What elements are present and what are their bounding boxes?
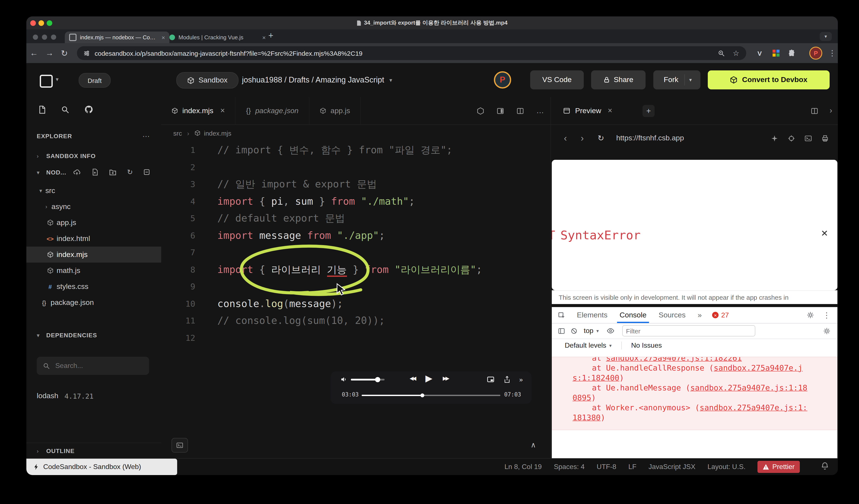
github-icon[interactable] [84, 105, 93, 114]
inspect-element-icon[interactable] [558, 311, 566, 319]
explorer-more-icon[interactable]: … [142, 130, 150, 139]
workspace-chevron-icon[interactable]: ▾ [56, 76, 59, 82]
extensions-puzzle-icon[interactable] [788, 43, 796, 63]
tab-close-icon[interactable]: × [220, 106, 225, 115]
sparkle-pointer-icon[interactable] [771, 135, 778, 142]
editor-tab-indexmjs[interactable]: index.mjs × [161, 97, 236, 124]
search-icon[interactable] [61, 105, 70, 114]
browser-tab-inactive[interactable]: Modules | Cracking Vue.js × [165, 32, 270, 43]
notifications-icon[interactable] [820, 462, 829, 470]
chrome-zoom-button[interactable] [51, 34, 56, 40]
sandbox-devtool-icon[interactable] [477, 107, 484, 114]
devtools-tab-elements[interactable]: Elements [571, 307, 614, 323]
clear-console-icon[interactable] [570, 327, 578, 335]
upload-cloud-icon[interactable] [73, 168, 81, 176]
stack-source-link[interactable]: sandbox.275a9407e.j [714, 363, 803, 372]
code-line[interactable]: 6import message from "./app"; [161, 227, 551, 244]
indentation[interactable]: Spaces: 4 [554, 463, 584, 471]
console-output[interactable]: at sandbox.275a9407e.js:1:182261at Ue.ha… [552, 352, 838, 459]
pip-icon[interactable] [486, 375, 495, 383]
panel-chevron-right-icon[interactable]: › [830, 106, 832, 115]
layout-columns-icon[interactable] [811, 107, 818, 114]
preview-tab[interactable]: Preview × [563, 97, 612, 124]
back-button[interactable]: ← [30, 43, 38, 63]
devtools-tab-console[interactable]: Console [614, 307, 653, 323]
tab-close-icon[interactable]: × [262, 34, 266, 41]
forward-button[interactable]: → [45, 43, 54, 63]
preview-forward-icon[interactable]: › [567, 133, 584, 143]
panel-right-icon[interactable] [496, 107, 504, 114]
code-line[interactable]: 4import { pi, sum } from "./math"; [161, 193, 551, 210]
devtools-more-tabs-icon[interactable]: » [692, 307, 708, 323]
preview-back-icon[interactable]: ‹ [551, 133, 567, 143]
terminal-button[interactable] [171, 438, 188, 453]
code-line[interactable]: 11// console.log(sum(10, 20)); [161, 312, 551, 329]
file-icon[interactable] [37, 105, 46, 114]
crosshair-icon[interactable] [788, 135, 795, 142]
convert-to-devbox-button[interactable]: Convert to Devbox [708, 71, 830, 89]
prettier-badge[interactable]: Prettier [758, 461, 800, 473]
editor-more-icon[interactable]: … [536, 106, 544, 115]
code-line[interactable]: 2 [161, 159, 551, 176]
dependency-item[interactable]: lodash 4.17.21 [37, 392, 93, 400]
console-sidebar-icon[interactable] [558, 327, 565, 335]
collapse-panel-icon[interactable]: ∧ [531, 441, 536, 449]
sandbox-type-chip[interactable]: Sandbox [176, 72, 239, 89]
fast-forward-icon[interactable]: ▶▶ [443, 375, 448, 381]
sidebar-item-outline[interactable]: ›OUTLINE [26, 443, 161, 459]
error-count-badge[interactable]: × 27 [708, 311, 733, 319]
editor-breadcrumb[interactable]: src › index.mjs [161, 124, 551, 142]
tree-folder-async[interactable]: ›async [26, 199, 161, 215]
devtools-settings-icon[interactable] [807, 311, 814, 319]
stack-source-link[interactable]: sandbox.275a9407e.js:1:182261 [606, 357, 742, 362]
devtools-terminal-icon[interactable] [804, 135, 812, 142]
volume-control[interactable] [340, 376, 385, 383]
site-settings-icon[interactable] [83, 49, 90, 57]
browser-tab-active[interactable]: index.mjs — nodebox — Code… × [65, 32, 169, 43]
encoding[interactable]: UTF-8 [597, 463, 616, 471]
speaker-icon[interactable] [340, 376, 347, 383]
refresh-icon[interactable]: ↻ [127, 168, 133, 176]
tree-file-mathjs[interactable]: math.js [26, 263, 161, 278]
close-overlay-icon[interactable]: × [821, 226, 828, 239]
console-filter-input[interactable] [622, 325, 755, 336]
sidebar-item-nodebox[interactable]: ▾NOD... [37, 169, 66, 176]
devtools-menu-icon[interactable]: ⋮ [823, 310, 830, 320]
issues-counter[interactable]: No Issues [631, 341, 662, 349]
code-line[interactable]: 1// import { 변수, 함수 } from "파일 경로"; [161, 142, 551, 159]
video-controls[interactable]: ◀◀ ▶ ▶▶ » 03:03 [331, 371, 531, 404]
split-editor-icon[interactable] [516, 107, 524, 114]
new-folder-icon[interactable] [109, 168, 117, 176]
fork-menu-chevron-icon[interactable]: ▾ [685, 77, 696, 83]
codesandbox-logo[interactable] [40, 75, 53, 88]
dependency-search[interactable] [37, 357, 149, 375]
bookmark-star-icon[interactable]: ☆ [733, 49, 740, 58]
draft-badge[interactable]: Draft [79, 73, 111, 88]
stack-source-link[interactable]: s:1:182400 [573, 373, 619, 382]
language-mode[interactable]: JavaScript JSX [649, 463, 695, 471]
chrome-minimize-button[interactable] [42, 34, 47, 40]
breadcrumb-chevron-icon[interactable]: ▾ [389, 77, 392, 83]
devtools-tab-sources[interactable]: Sources [653, 307, 692, 323]
address-bar[interactable]: codesandbox.io/p/sandbox/amazing-javascr… [77, 46, 746, 60]
chrome-close-button[interactable] [33, 34, 38, 40]
new-tab-button[interactable]: + [268, 31, 273, 41]
eye-icon[interactable] [607, 327, 615, 335]
console-messages[interactable]: at sandbox.275a9407e.js:1:182261at Ue.ha… [552, 357, 838, 430]
stack-source-link[interactable]: 0895 [573, 393, 591, 402]
sidebar-item-dependencies[interactable]: ▾DEPENDENCIES [37, 332, 97, 339]
tab-search-button[interactable]: ▾ [820, 32, 832, 41]
share-icon[interactable] [503, 375, 511, 383]
extension-grid-icon[interactable] [772, 43, 780, 63]
browser-profile-avatar[interactable]: P [809, 43, 822, 63]
code-area[interactable]: 1// import { 변수, 함수 } from "파일 경로";23// … [161, 142, 551, 459]
user-avatar[interactable]: P [494, 71, 511, 89]
tab-close-icon[interactable]: × [162, 34, 165, 41]
console-settings-icon[interactable] [823, 327, 830, 335]
browser-menu-icon[interactable]: ⋮ [828, 43, 836, 63]
share-button[interactable]: Share [591, 71, 646, 89]
fork-button[interactable]: Fork ▾ [653, 71, 700, 89]
reload-button[interactable]: ↻ [61, 43, 68, 63]
tree-file-indexhtml[interactable]: <> index.html [26, 231, 161, 247]
new-file-icon[interactable] [91, 168, 99, 176]
